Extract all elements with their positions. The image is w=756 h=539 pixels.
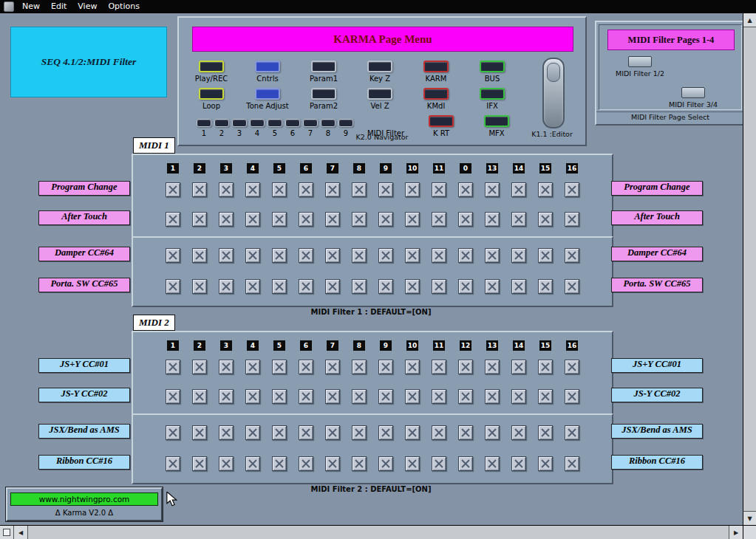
filter-checkbox[interactable] <box>192 279 207 294</box>
4-button[interactable] <box>250 119 265 127</box>
filter-checkbox[interactable] <box>192 248 207 263</box>
filter-checkbox[interactable] <box>378 212 393 227</box>
filter-checkbox[interactable] <box>405 389 420 404</box>
filter-checkbox[interactable] <box>511 360 526 374</box>
filter-checkbox[interactable] <box>378 279 393 294</box>
filter-checkbox[interactable] <box>325 212 340 227</box>
bus-button[interactable] <box>480 61 505 72</box>
filter-checkbox[interactable] <box>432 425 446 440</box>
filter-checkbox[interactable] <box>352 425 367 440</box>
kmdl-button[interactable] <box>423 88 449 100</box>
filter-checkbox[interactable] <box>272 212 287 227</box>
filter-checkbox[interactable] <box>378 248 393 263</box>
filter-checkbox[interactable] <box>245 456 260 471</box>
filter-checkbox[interactable] <box>378 456 393 471</box>
filter-checkbox[interactable] <box>299 456 313 471</box>
filter-checkbox[interactable] <box>219 360 234 374</box>
2-button[interactable] <box>214 119 229 127</box>
filter-checkbox[interactable] <box>511 456 526 471</box>
filter-checkbox[interactable] <box>378 182 393 197</box>
filter-checkbox[interactable] <box>325 248 340 263</box>
filter-checkbox[interactable] <box>325 182 340 197</box>
9-button[interactable] <box>338 119 353 127</box>
filter-checkbox[interactable] <box>565 425 579 440</box>
key-z-button[interactable] <box>367 61 392 72</box>
horizontal-scroll-track[interactable] <box>28 526 729 539</box>
filter-checkbox[interactable] <box>352 248 367 263</box>
filter-checkbox[interactable] <box>299 360 313 374</box>
filter-checkbox[interactable] <box>219 182 234 197</box>
filter-checkbox[interactable] <box>272 248 287 263</box>
filter-checkbox[interactable] <box>272 389 287 404</box>
filter-checkbox[interactable] <box>485 212 500 227</box>
filter-checkbox[interactable] <box>325 456 340 471</box>
website-link-button[interactable]: www.nightwingpro.com <box>10 492 158 506</box>
6-button[interactable] <box>285 119 300 127</box>
filter-checkbox[interactable] <box>458 456 473 471</box>
filter-checkbox[interactable] <box>192 389 207 404</box>
filter-checkbox[interactable] <box>538 279 553 294</box>
5-button[interactable] <box>268 119 282 127</box>
filter-checkbox[interactable] <box>325 389 340 404</box>
filter-checkbox[interactable] <box>485 389 500 404</box>
filter-checkbox[interactable] <box>272 360 287 374</box>
filter-checkbox[interactable] <box>352 389 367 404</box>
filter-checkbox[interactable] <box>458 425 473 440</box>
filter-checkbox[interactable] <box>166 279 180 294</box>
filter-checkbox[interactable] <box>538 182 553 197</box>
filter-checkbox[interactable] <box>299 425 313 440</box>
param1-button[interactable] <box>311 61 336 72</box>
menu-new[interactable]: New <box>22 0 40 13</box>
midi-filter-1-2-button[interactable] <box>628 56 652 67</box>
filter-checkbox[interactable] <box>352 212 367 227</box>
filter-checkbox[interactable] <box>352 182 367 197</box>
filter-checkbox[interactable] <box>325 279 340 294</box>
filter-checkbox[interactable] <box>458 279 473 294</box>
filter-checkbox[interactable] <box>458 389 473 404</box>
param2-button[interactable] <box>311 88 336 100</box>
filter-checkbox[interactable] <box>565 389 579 404</box>
filter-checkbox[interactable] <box>511 389 526 404</box>
scroll-up-arrow[interactable]: ▲ <box>743 13 756 27</box>
filter-checkbox[interactable] <box>538 425 553 440</box>
filter-checkbox[interactable] <box>405 279 420 294</box>
filter-checkbox[interactable] <box>538 456 553 471</box>
filter-checkbox[interactable] <box>485 182 500 197</box>
filter-checkbox[interactable] <box>485 456 500 471</box>
vertical-scrollbar[interactable]: ▲ ▼ <box>743 13 756 525</box>
filter-checkbox[interactable] <box>299 212 313 227</box>
filter-checkbox[interactable] <box>352 456 367 471</box>
filter-checkbox[interactable] <box>272 425 287 440</box>
scroll-left-arrow[interactable]: ◀ <box>14 526 28 539</box>
filter-checkbox[interactable] <box>352 279 367 294</box>
filter-checkbox[interactable] <box>405 212 420 227</box>
filter-checkbox[interactable] <box>378 360 393 374</box>
filter-checkbox[interactable] <box>538 389 553 404</box>
editor-slider-handle[interactable] <box>547 63 560 82</box>
filter-checkbox[interactable] <box>432 182 446 197</box>
midi-filter-3-4-button[interactable] <box>681 87 705 98</box>
filter-checkbox[interactable] <box>485 425 500 440</box>
scroll-right-arrow[interactable]: ▶ <box>729 526 743 539</box>
filter-checkbox[interactable] <box>405 456 420 471</box>
filter-checkbox[interactable] <box>219 248 234 263</box>
horizontal-scrollbar[interactable]: ◀ ▶ <box>0 525 743 539</box>
filter-checkbox[interactable] <box>458 212 473 227</box>
karm-button[interactable] <box>423 61 449 72</box>
filter-checkbox[interactable] <box>432 279 446 294</box>
filter-checkbox[interactable] <box>485 360 500 374</box>
filter-checkbox[interactable] <box>245 279 260 294</box>
filter-checkbox[interactable] <box>192 456 207 471</box>
filter-checkbox[interactable] <box>432 389 446 404</box>
filter-checkbox[interactable] <box>352 360 367 374</box>
filter-checkbox[interactable] <box>432 360 446 374</box>
filter-checkbox[interactable] <box>565 456 579 471</box>
filter-checkbox[interactable] <box>219 212 234 227</box>
3-button[interactable] <box>232 119 247 127</box>
mfx-button[interactable] <box>484 115 509 127</box>
filter-checkbox[interactable] <box>565 360 579 374</box>
filter-checkbox[interactable] <box>378 425 393 440</box>
filter-checkbox[interactable] <box>192 360 207 374</box>
filter-checkbox[interactable] <box>299 182 313 197</box>
filter-checkbox[interactable] <box>219 425 234 440</box>
